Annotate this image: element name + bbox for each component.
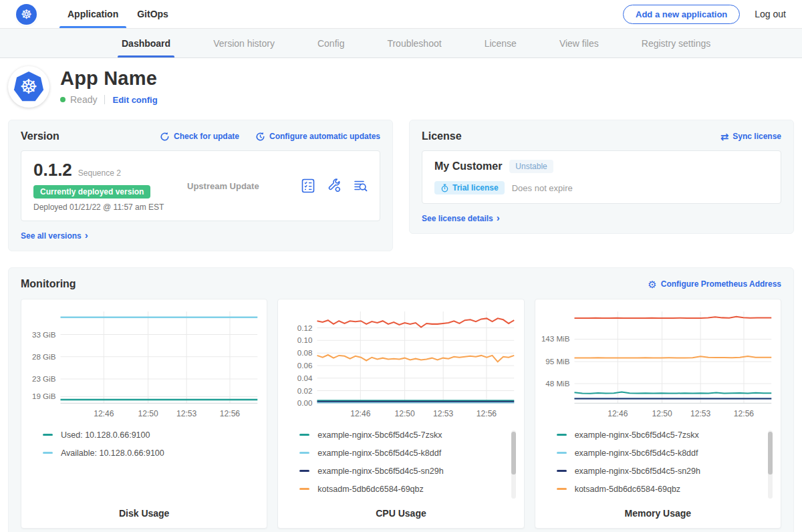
legend-label: example-nginx-5bc6f5d4c5-sn29h — [575, 467, 700, 476]
svg-text:12:53: 12:53 — [690, 409, 711, 418]
legend-item: example-nginx-5bc6f5d4c5-k8ddf — [557, 448, 773, 458]
legend-color-dash — [299, 488, 309, 490]
legend-label: kotsadm-5db6dc6584-69qbz — [317, 485, 423, 494]
check-for-update-link[interactable]: Check for update — [160, 132, 239, 142]
sync-license-link[interactable]: ⇄ Sync license — [720, 132, 781, 142]
legend-item: example-nginx-5bc6f5d4c5-sn29h — [557, 467, 773, 476]
cpu-usage-chart: 0.120.100.080.060.040.020.0012:4612:5012… — [282, 305, 519, 421]
legend-item: kotsadm-5db6dc6584-69qbz — [299, 485, 515, 494]
preflight-checks-icon[interactable] — [301, 178, 315, 193]
customer-name: My Customer — [434, 160, 502, 172]
svg-text:12:46: 12:46 — [94, 409, 114, 418]
legend-item: example-nginx-5bc6f5d4c5-sn29h — [299, 467, 515, 476]
legend-label: kotsadm-5db6dc6584-69qbz — [575, 485, 680, 494]
update-type-label: Upstream Update — [187, 181, 301, 191]
top-navigation: ☸ ApplicationGitOps Add a new applicatio… — [0, 0, 802, 29]
subnav-item-license[interactable]: License — [481, 29, 521, 57]
app-status: Ready — [70, 94, 97, 105]
version-number: 0.1.2 — [33, 160, 72, 180]
check-for-update-label: Check for update — [174, 132, 239, 141]
dashboard-content: Version Check for update Configure autom… — [0, 117, 802, 532]
cpu-usage-card: 0.120.100.080.060.040.020.0012:4612:5012… — [277, 299, 524, 529]
legend-item: Available: 10.128.0.66:9100 — [43, 448, 259, 458]
app-subnav: DashboardVersion historyConfigTroublesho… — [0, 29, 802, 58]
view-diff-icon[interactable] — [353, 178, 368, 193]
auto-update-clock-icon — [255, 132, 265, 142]
subnav-item-view-files[interactable]: View files — [555, 29, 603, 57]
svg-text:12:53: 12:53 — [176, 409, 197, 418]
see-license-details-link[interactable]: See license details › — [422, 213, 500, 224]
subnav-item-registry-settings[interactable]: Registry settings — [638, 29, 714, 57]
svg-text:23 GiB: 23 GiB — [32, 374, 56, 383]
legend-label: example-nginx-5bc6f5d4c5-sn29h — [317, 467, 443, 476]
monitoring-title: Monitoring — [21, 278, 76, 290]
kubernetes-app-icon: ☸ — [13, 72, 44, 102]
chart-title: CPU Usage — [282, 508, 519, 519]
subnav-item-config[interactable]: Config — [313, 29, 348, 57]
version-card-title: Version — [21, 130, 59, 142]
chart-title: Memory Usage — [539, 508, 777, 519]
legend-item: example-nginx-5bc6f5d4c5-k8ddf — [299, 448, 515, 458]
charts-row: 33 GiB28 GiB23 GiB19 GiB12:4612:5012:531… — [21, 299, 781, 529]
legend-item: Used: 10.128.0.66:9100 — [43, 430, 259, 440]
status-dot — [60, 97, 65, 102]
configure-automatic-updates-label: Configure automatic updates — [269, 132, 380, 141]
svg-text:0.10: 0.10 — [297, 336, 313, 344]
svg-text:12:46: 12:46 — [608, 409, 628, 418]
legend-label: example-nginx-5bc6f5d4c5-7zskx — [575, 430, 699, 440]
header-tabs: ApplicationGitOps — [58, 0, 178, 28]
logout-link[interactable]: Log out — [755, 9, 786, 19]
legend-color-dash — [43, 452, 53, 454]
chevron-right-icon: › — [497, 212, 500, 223]
memory-usage-card: 143 MiB95 MiB48 MiB12:4612:5012:5312:56e… — [535, 299, 781, 529]
svg-text:12:50: 12:50 — [395, 409, 416, 418]
svg-text:143 MiB: 143 MiB — [541, 334, 570, 343]
legend-scrollbar-thumb[interactable] — [511, 432, 516, 475]
legend-color-dash — [557, 434, 567, 436]
helm-wheel-icon: ☸ — [21, 7, 32, 22]
configure-prometheus-link[interactable]: ⚙ Configure Prometheus Address — [648, 279, 781, 289]
legend-label: Available: 10.128.0.66:9100 — [61, 448, 164, 458]
legend-item: kotsadm-5db6dc6584-69qbz — [557, 485, 773, 494]
sync-license-label: Sync license — [732, 132, 781, 141]
config-wrench-icon[interactable] — [327, 178, 342, 193]
svg-text:12:56: 12:56 — [220, 409, 241, 418]
legend-label: example-nginx-5bc6f5d4c5-7zskx — [317, 430, 442, 440]
svg-text:0.04: 0.04 — [297, 374, 313, 382]
legend-color-dash — [299, 434, 309, 436]
current-version-row: 0.1.2Sequence 2 Currently deployed versi… — [21, 150, 380, 221]
add-application-button[interactable]: Add a new application — [623, 5, 740, 24]
svg-text:19 GiB: 19 GiB — [32, 392, 56, 400]
see-all-versions-link[interactable]: See all versions › — [21, 230, 88, 241]
subnav-item-dashboard[interactable]: Dashboard — [118, 29, 174, 57]
svg-text:0.06: 0.06 — [297, 361, 313, 370]
sync-arrows-icon: ⇄ — [720, 132, 729, 142]
license-details-row: My Customer Unstable Trial license Does … — [422, 150, 781, 204]
configure-automatic-updates-link[interactable]: Configure automatic updates — [255, 132, 380, 142]
license-expiry: Does not expire — [512, 183, 573, 193]
deployed-badge: Currently deployed version — [33, 185, 150, 198]
license-card: License ⇄ Sync license My Customer Unsta… — [409, 120, 794, 234]
svg-text:48 MiB: 48 MiB — [545, 379, 569, 388]
chart-title: Disk Usage — [25, 508, 263, 519]
disk-usage-chart: 33 GiB28 GiB23 GiB19 GiB12:4612:5012:531… — [25, 305, 263, 421]
see-all-versions-label: See all versions — [21, 231, 82, 241]
legend-label: Used: 10.128.0.66:9100 — [61, 430, 150, 440]
subnav-item-version-history[interactable]: Version history — [209, 29, 279, 57]
see-license-details-label: See license details — [422, 214, 493, 223]
tab-application[interactable]: Application — [58, 0, 128, 28]
svg-text:12:53: 12:53 — [433, 409, 454, 418]
legend-color-dash — [43, 434, 53, 436]
stopwatch-icon — [440, 184, 449, 192]
app-header: ☸ App Name Ready Edit config — [0, 58, 802, 117]
memory-usage-chart: 143 MiB95 MiB48 MiB12:4612:5012:5312:56 — [539, 305, 777, 421]
edit-config-link[interactable]: Edit config — [112, 95, 157, 105]
tab-gitops[interactable]: GitOps — [128, 0, 178, 28]
divider — [104, 95, 105, 104]
app-avatar: ☸ — [8, 66, 49, 108]
subnav-item-troubleshoot[interactable]: Troubleshoot — [383, 29, 445, 57]
kubernetes-logo: ☸ — [16, 4, 37, 25]
legend-color-dash — [557, 488, 567, 490]
svg-text:12:50: 12:50 — [652, 409, 672, 418]
legend-scrollbar-thumb[interactable] — [768, 432, 773, 475]
